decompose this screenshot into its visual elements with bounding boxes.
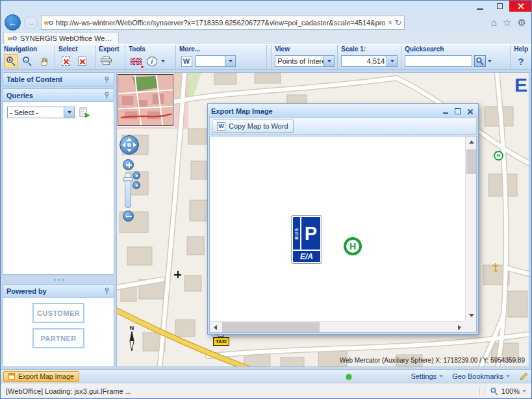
pin-icon[interactable] [103,92,110,99]
zoom-out-button[interactable] [123,211,134,222]
select-rectangle-icon [62,57,70,66]
forward-button[interactable]: → [24,16,38,29]
toolbar-section-view: View Points of Intere... [272,45,338,70]
scale-select-dropdown[interactable] [386,56,397,66]
identify-tool[interactable]: i [145,54,159,68]
dialog-minimize-button[interactable] [440,107,450,116]
help-menu[interactable]: Help [514,45,528,54]
word-export-tool[interactable]: W [179,54,194,68]
scroll-down-arrow[interactable] [466,310,477,321]
window-close-button[interactable] [509,1,531,12]
navigation-menu[interactable]: Navigation [4,45,51,54]
scroll-right-arrow[interactable] [454,322,465,333]
zoom-slider[interactable] [125,173,131,208]
geo-bookmarks-menu[interactable]: Geo Bookmarks [452,372,510,380]
stop-icon[interactable]: × [388,18,392,27]
settings-menu[interactable]: Settings [411,372,443,380]
more-menu[interactable]: More... [179,45,263,54]
window-minimize-button[interactable] [470,1,490,12]
zoom-in-tool[interactable] [4,54,18,68]
tools-dropdown-icon[interactable] [161,60,165,62]
quicksearch-menu[interactable]: Quicksearch [405,45,507,54]
compass-needle-icon [129,331,135,351]
pin-icon[interactable] [103,287,110,294]
home-icon[interactable]: ⌂ [491,18,497,27]
url-input[interactable] [56,19,385,27]
zoom-in-icon [6,57,16,66]
scroll-up-arrow[interactable] [466,136,477,148]
previous-extent-button[interactable] [133,172,140,179]
browser-tab[interactable]: wO SYNERGIS WebOffice Web... [3,32,119,44]
query-select-dropdown[interactable] [64,107,74,118]
language-tool[interactable] [129,54,143,68]
pan-west-icon [122,142,125,148]
export-menu[interactable]: Export [99,45,121,54]
dialog-close-button[interactable] [465,107,475,116]
queries-title: Queries [6,92,33,99]
next-extent-button[interactable] [133,181,140,189]
quicksearch-dropdown-icon[interactable] [488,60,492,62]
gear-icon[interactable]: ⚙ [518,18,526,27]
zoom-out-tool[interactable] [20,54,34,68]
query-select[interactable]: - Select - [7,107,75,118]
dialog-toolbar: W Copy Map to Word [209,118,477,135]
select-by-rectangle-tool[interactable] [58,54,73,68]
dialog-restore-button[interactable] [453,107,462,116]
overview-map[interactable] [118,74,173,126]
horizontal-scroll-thumb[interactable] [222,322,320,332]
pan-tool[interactable] [36,54,51,68]
window-maximize-button[interactable] [490,1,509,12]
zoom-slider-thumb[interactable] [123,177,133,181]
tools-menu[interactable]: Tools [129,45,172,54]
browser-zoom-control[interactable]: 100% [490,387,526,396]
view-menu[interactable]: View [275,45,334,54]
scroll-left-arrow[interactable] [210,322,221,333]
forward-arrow-icon: → [27,18,35,27]
printer-icon [101,57,112,66]
horizontal-scrollbar[interactable] [210,321,465,332]
pencil-icon[interactable] [519,372,529,381]
sidebar-splitter[interactable] [3,277,114,282]
pan-center-icon [127,143,131,147]
view-select-value: Points of Intere... [275,56,323,66]
more-combobox[interactable] [196,55,236,67]
browser-status-bar: [WebOffice] Loading: jsx3.gui.IFrame ...… [1,383,531,398]
queries-panel: Queries - Select - [3,88,114,275]
quicksearch-button[interactable] [474,55,486,67]
run-query-icon[interactable] [79,107,90,118]
view-select[interactable]: Points of Intere... [275,55,335,67]
refresh-icon[interactable]: ↻ [395,18,401,27]
pan-control[interactable] [120,135,139,155]
table-of-content-panel: Table of Content [3,72,114,86]
statusbar-divider [485,387,485,396]
export-map-image-task-button[interactable]: Export Map Image [3,371,79,382]
partner-logo-button[interactable]: PARTNER [32,328,84,348]
compass-north-indicator: N [129,325,135,351]
sidebar: Table of Content Queries - Select - [3,72,114,367]
scale-menu[interactable]: Scale 1: [341,45,398,54]
maximize-icon [497,3,503,9]
scale-select[interactable]: 4,514 [341,55,398,67]
app-toolbar: Navigation Select Export [1,44,531,70]
vertical-scrollbar[interactable] [465,136,476,321]
quicksearch-input[interactable] [405,55,472,67]
clear-selection-tool[interactable] [75,54,89,68]
statusbar-divider [479,387,480,396]
connection-status-icon [346,374,351,380]
favorites-icon[interactable]: ☆ [503,18,511,27]
address-bar[interactable]: wO × ↻ [41,16,405,30]
print-tool[interactable] [99,54,113,68]
zoom-in-button[interactable] [123,159,134,170]
customer-logo-button[interactable]: CUSTOMER [32,303,84,323]
dialog-titlebar[interactable]: Export Map Image [208,104,478,118]
more-combobox-dropdown[interactable] [225,56,235,66]
copy-map-to-word-button[interactable]: W Copy Map to Word [212,120,294,133]
help-icon[interactable]: ? [514,56,524,67]
back-button[interactable]: ← [5,14,21,31]
pin-icon[interactable] [103,76,110,83]
toolbar-section-quicksearch: Quicksearch [401,45,511,70]
scale-value: 4,514 [342,56,386,66]
view-select-dropdown[interactable] [323,56,334,66]
vertical-scroll-thumb[interactable] [466,149,476,174]
select-menu[interactable]: Select [58,45,92,54]
